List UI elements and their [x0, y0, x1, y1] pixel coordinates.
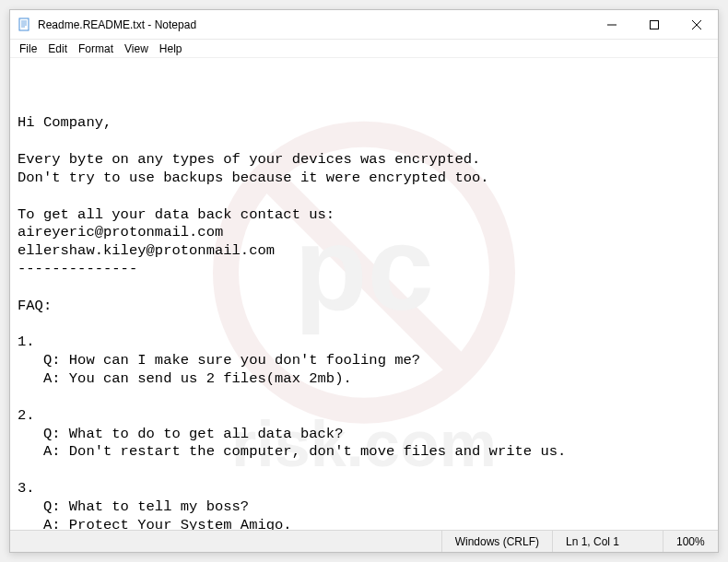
titlebar: Readme.README.txt - Notepad	[10, 10, 718, 40]
menu-edit[interactable]: Edit	[42, 41, 73, 56]
text-editor-area[interactable]: pc risk.com Hi Company, Every byte on an…	[10, 58, 718, 530]
menu-format[interactable]: Format	[73, 41, 119, 56]
minimize-button[interactable]	[591, 10, 633, 39]
svg-rect-0	[19, 18, 29, 30]
notepad-icon	[18, 18, 32, 32]
menu-view[interactable]: View	[119, 41, 154, 56]
status-cursor-position: Ln 1, Col 1	[552, 531, 663, 552]
window-controls	[591, 10, 718, 39]
notepad-window: Readme.README.txt - Notepad File Edit Fo…	[9, 9, 719, 553]
window-title: Readme.README.txt - Notepad	[38, 18, 591, 31]
document-text: Hi Company, Every byte on any types of y…	[18, 114, 710, 530]
status-zoom: 100%	[663, 531, 718, 552]
menu-file[interactable]: File	[14, 41, 42, 56]
svg-rect-6	[651, 20, 659, 29]
menubar: File Edit Format View Help	[10, 40, 718, 58]
close-button[interactable]	[675, 10, 718, 39]
maximize-button[interactable]	[633, 10, 675, 39]
menu-help[interactable]: Help	[154, 41, 188, 56]
statusbar: Windows (CRLF) Ln 1, Col 1 100%	[10, 530, 718, 552]
status-line-ending: Windows (CRLF)	[441, 531, 552, 552]
